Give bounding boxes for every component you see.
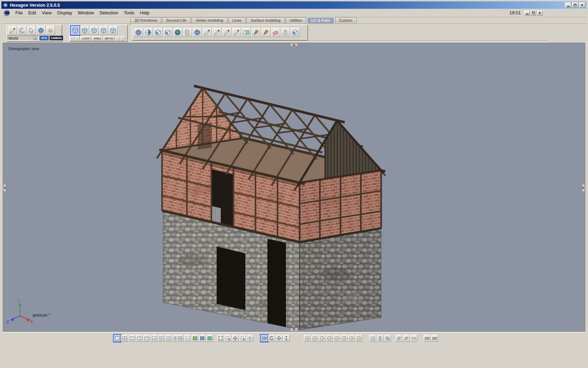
paint-brush-icon[interactable] [251,28,261,37]
sphere-textured-icon[interactable] [341,335,348,342]
flat-grid-icon[interactable] [191,335,198,342]
menu-item-view[interactable]: View [39,9,54,16]
select-all-icon[interactable] [108,26,118,35]
menu-item-window[interactable]: Window [75,9,97,16]
quad-view-icon[interactable] [121,335,128,342]
uv-checker-sphere-icon[interactable] [144,28,153,37]
loop-button[interactable]: LOOP [80,36,91,41]
tab-custom[interactable]: Custom [335,17,357,23]
smooth-brush-icon[interactable] [261,28,271,37]
camera-button[interactable]: CAMERA [50,36,63,40]
ruler-icon[interactable] [410,335,417,342]
menu-item-display[interactable]: Display [54,9,75,16]
sphere-shaded-icon[interactable] [326,335,333,342]
collapse-bottom-button[interactable] [290,328,298,331]
minimize-button[interactable] [565,2,571,8]
uv-knife-icon[interactable] [222,28,231,37]
collapse-left-button[interactable] [3,184,6,192]
uv-checker-cube-icon[interactable] [153,28,163,37]
expand-icon[interactable] [217,335,224,342]
tab-3d-primitives[interactable]: 3D Primitives [130,17,161,23]
earth-map-icon[interactable] [173,28,182,37]
menu-item-file[interactable]: File [13,9,26,16]
unfold-uv-icon[interactable] [241,28,251,37]
axis-plane-icon[interactable] [403,335,410,342]
marquee-mini-icon[interactable] [75,36,79,41]
tab-surface-modeling[interactable]: Surface modeling [246,17,285,23]
eye-icon[interactable] [246,335,253,342]
select-edges-icon[interactable] [80,26,89,35]
capsule-icon[interactable] [377,335,384,342]
pen-mini-icon[interactable] [70,36,75,41]
texture-cube-icon[interactable] [290,28,300,37]
child-maximize-button[interactable] [531,11,536,15]
grid-columns-icon[interactable] [206,335,213,342]
split-bottom-view-icon[interactable] [150,335,158,342]
collapse-right-button[interactable] [582,184,585,192]
render-camera-icon[interactable] [424,335,430,342]
split-right-view-icon[interactable] [136,335,143,342]
snapshot-icon[interactable] [431,335,438,342]
collapse-top-button[interactable] [290,43,298,46]
uv-sphere-icon[interactable] [134,28,143,37]
pan-tool-icon[interactable] [275,335,282,342]
three-right-view-icon[interactable] [165,335,172,342]
menu-item-selection[interactable]: Selection [97,9,121,16]
tab-uv-paint[interactable]: UV & Paint [307,17,334,23]
single-view-icon[interactable] [114,335,121,342]
select-points-icon[interactable] [71,26,80,35]
sphere-outline-icon[interactable] [348,335,355,342]
xyz-button[interactable]: XYZ [40,36,49,40]
workspace-dropdown[interactable]: World ▾ [7,35,38,41]
menu-item-edit[interactable]: Edit [26,9,39,16]
viewport-3d[interactable]: Y X Z Orthographic view gebäude * [3,43,585,332]
texture-tube-icon[interactable] [281,28,290,37]
bend-tool-icon[interactable] [18,26,27,35]
orbit-tool-icon[interactable] [36,26,46,35]
uv-blade-icon[interactable] [232,28,241,37]
dotted-box-icon[interactable] [184,335,191,342]
tab-second-life[interactable]: Second Life [162,17,191,23]
child-close-button[interactable]: × [537,11,542,15]
multi-sphere-icon[interactable] [384,335,391,342]
sphere-facet-icon[interactable] [318,335,326,342]
cursor-tool-icon[interactable] [27,26,36,35]
menu-item-tools[interactable]: Tools [121,9,137,16]
wireframe-icon[interactable] [177,335,184,342]
menu-item-help[interactable]: Help [137,9,152,16]
smooth-grid-icon[interactable] [199,335,206,342]
three-left-view-icon[interactable] [158,335,165,342]
maximize-button[interactable] [572,2,578,8]
sphere-flat-icon[interactable] [304,335,311,342]
knife-tool-icon[interactable] [8,26,17,35]
material-sphere-icon[interactable] [369,335,376,342]
hide-mini-icon[interactable] [115,36,120,41]
sphere-smooth-icon[interactable] [333,335,340,342]
dolly-tool-icon[interactable] [283,335,290,342]
tab-vertex-modeling[interactable]: Vertex modeling [191,17,227,23]
grid-plane-icon[interactable] [396,335,402,342]
close-button[interactable]: × [579,2,585,8]
light-tool-icon[interactable] [46,26,55,35]
sphere-ghost-icon[interactable] [355,335,362,342]
betw-button[interactable]: BETW [103,36,115,41]
sphere-projection-icon[interactable] [192,28,202,37]
uv-box-map-icon[interactable] [163,28,173,37]
eraser-icon[interactable] [271,28,280,37]
tab-utilities[interactable]: Utilities [286,17,306,23]
child-minimize-button[interactable] [524,11,530,15]
ring-button[interactable]: RING [92,36,103,41]
select-objects-icon[interactable] [99,26,108,35]
head-model-icon[interactable] [183,28,192,37]
zoom-icon[interactable] [239,335,246,342]
marquee-zoom-icon[interactable] [224,335,231,342]
tab-lines[interactable]: Lines [228,17,246,23]
select-faces-icon[interactable] [90,26,99,35]
split-left-view-icon[interactable] [128,335,135,342]
pan-icon[interactable] [232,335,239,342]
rotate-tool-icon[interactable] [268,335,275,342]
ring-mini-icon[interactable] [120,36,125,41]
cut-seam-icon[interactable] [202,28,212,37]
camera-select-icon[interactable] [261,335,268,342]
uv-scissors-icon[interactable] [212,28,222,37]
